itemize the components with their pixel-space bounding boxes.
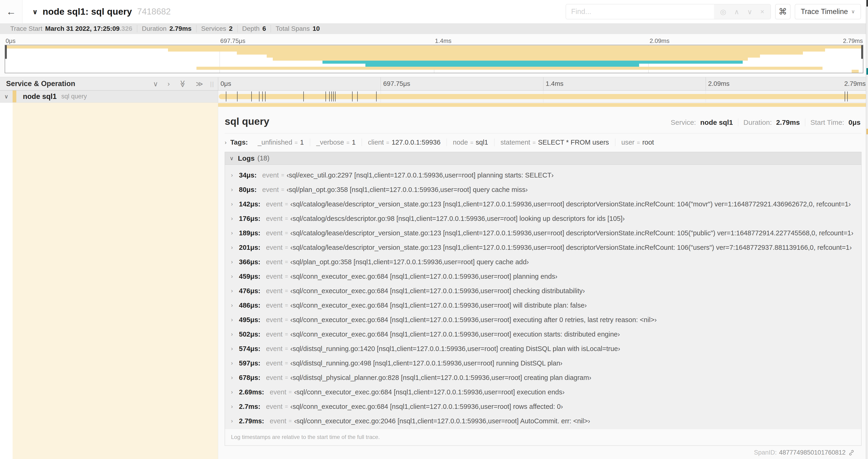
log-equals: = — [289, 418, 292, 424]
minimap-canvas[interactable] — [5, 45, 863, 73]
expand-one-icon[interactable]: › — [167, 80, 170, 88]
log-equals: = — [285, 216, 288, 222]
ruler-tick-label: 2.09ms — [708, 80, 730, 88]
meta-value: node sql1 — [700, 119, 733, 126]
expand-log-icon[interactable]: › — [231, 302, 237, 308]
stat-label: Total Spans — [276, 25, 310, 32]
span-duration-bar[interactable] — [219, 94, 867, 99]
expand-log-icon[interactable]: › — [231, 259, 237, 265]
log-field-value: ‹sql/conn_executor_exec.go:684 [nsql1,cl… — [290, 403, 563, 411]
log-marker-tick — [262, 91, 263, 101]
minimap-span-bar — [852, 70, 859, 73]
expand-log-icon[interactable]: › — [231, 403, 237, 410]
log-field-value: ‹sql/catalog/descs/descriptor.go:98 [nsq… — [290, 215, 625, 223]
log-entry-row[interactable]: › 366μs: event = ‹sql/plan_opt.go:358 [n… — [225, 255, 861, 269]
log-entry-row[interactable]: › 486μs: event = ‹sql/conn_executor_exec… — [225, 298, 861, 313]
logs-count: (18) — [257, 154, 270, 162]
stat-value: 10 — [312, 25, 320, 32]
minimap-left-drag-handle[interactable] — [5, 45, 7, 59]
tag-key: node — [453, 138, 468, 146]
log-entry-row[interactable]: › 34μs: event = ‹sql/exec_util.go:2297 [… — [225, 168, 861, 183]
collapse-all-icon[interactable]: ≫ — [179, 80, 187, 87]
expand-log-icon[interactable]: › — [231, 244, 237, 251]
log-timestamp: 2.69ms: — [239, 388, 264, 396]
collapse-one-icon[interactable]: ∨ — [153, 80, 158, 88]
collapse-children-icon[interactable]: ∨ — [0, 91, 12, 102]
log-field-name: event — [266, 258, 283, 266]
expand-log-icon[interactable]: › — [231, 360, 237, 366]
log-timestamp: 574μs: — [239, 345, 260, 353]
view-selector-button[interactable]: Trace Timeline ∨ — [795, 4, 861, 19]
log-entry-row[interactable]: › 142μs: event = ‹sql/catalog/lease/desc… — [225, 197, 861, 211]
log-entry-row[interactable]: › 2.79ms: event = ‹sql/conn_executor_exe… — [225, 414, 861, 428]
expand-log-icon[interactable]: › — [231, 317, 237, 323]
expand-all-icon[interactable]: ≫ — [196, 80, 203, 88]
log-entry-row[interactable]: › 502μs: event = ‹sql/conn_executor_exec… — [225, 327, 861, 341]
log-entry-row[interactable]: › 597μs: event = ‹sql/distsql_running.go… — [225, 356, 861, 370]
find-input[interactable] — [566, 4, 714, 19]
next-result-icon[interactable]: ∨ — [747, 8, 752, 16]
expand-tags-icon[interactable]: › — [225, 139, 226, 146]
tag-item: _verbose = 1 — [310, 138, 362, 146]
log-entry-row[interactable]: › 80μs: event = ‹sql/plan_opt.go:358 [ns… — [225, 183, 861, 197]
log-equals: = — [285, 317, 288, 323]
stat-label: Depth — [242, 25, 260, 32]
log-entry-row[interactable]: › 476μs: event = ‹sql/conn_executor_exec… — [225, 284, 861, 298]
expand-log-icon[interactable]: › — [231, 273, 237, 280]
expand-log-icon[interactable]: › — [231, 215, 237, 222]
expand-log-icon[interactable]: › — [231, 331, 237, 337]
tags-accordion-header[interactable]: › Tags: _unfinished = 1 _verbose — [225, 138, 862, 146]
log-entry-row[interactable]: › 678μs: event = ‹sql/distsql_physical_p… — [225, 370, 861, 385]
minimap-right-drag-handle[interactable] — [861, 45, 863, 59]
column-resizer[interactable]: || — [210, 80, 214, 88]
detail-divider — [225, 133, 862, 133]
log-equals: = — [285, 259, 288, 265]
log-marker-tick — [333, 91, 334, 101]
scroll-indicator-strip[interactable] — [866, 0, 868, 459]
tag-equals: = — [386, 140, 389, 146]
span-detail-row: sql query Service: node sql1 Duration: 2… — [0, 103, 868, 459]
expand-log-icon[interactable]: › — [231, 374, 237, 381]
trace-header[interactable]: ∨ node sql1: sql query 7418682 — [32, 6, 171, 17]
find-buttons: ◎ ∧ ∨ × — [714, 4, 771, 19]
log-entry-row[interactable]: › 201μs: event = ‹sql/catalog/lease/desc… — [225, 240, 861, 255]
expand-log-icon[interactable]: › — [231, 230, 237, 236]
match-locate-icon[interactable]: ◎ — [720, 8, 726, 16]
stat-value: 6 — [262, 25, 266, 32]
expand-log-icon[interactable]: › — [231, 186, 237, 193]
log-entry-row[interactable]: › 189μs: event = ‹sql/catalog/lease/desc… — [225, 226, 861, 240]
log-equals: = — [285, 403, 288, 410]
expand-log-icon[interactable]: › — [231, 201, 237, 207]
prev-result-icon[interactable]: ∧ — [734, 8, 739, 16]
keyboard-shortcuts-button[interactable]: ⌘ — [775, 4, 790, 19]
log-entry-row[interactable]: › 2.69ms: event = ‹sql/conn_executor_exe… — [225, 385, 861, 399]
log-entry-row[interactable]: › 459μs: event = ‹sql/conn_executor_exec… — [225, 269, 861, 284]
link-icon[interactable] — [848, 450, 855, 456]
log-timestamp: 476μs: — [239, 287, 260, 295]
log-entry-row[interactable]: › 2.7ms: event = ‹sql/conn_executor_exec… — [225, 399, 861, 414]
log-entry-row[interactable]: › 495μs: event = ‹sql/conn_executor_exec… — [225, 313, 861, 327]
expand-log-icon[interactable]: › — [231, 389, 237, 395]
collapse-trace-icon[interactable]: ∨ — [32, 8, 38, 16]
span-row-timeline[interactable] — [218, 91, 868, 102]
collapse-logs-icon[interactable]: ∨ — [229, 155, 234, 162]
expand-log-icon[interactable]: › — [231, 346, 237, 352]
meta-value: 0μs — [848, 119, 861, 126]
clear-find-icon[interactable]: × — [760, 8, 765, 15]
log-timestamp: 2.79ms: — [239, 417, 264, 425]
expand-log-icon[interactable]: › — [231, 418, 237, 424]
log-entry-row[interactable]: › 176μs: event = ‹sql/catalog/descs/desc… — [225, 211, 861, 226]
log-marker-tick — [352, 91, 352, 101]
stat-value-dim: .326 — [120, 25, 132, 32]
log-entry-row[interactable]: › 574μs: event = ‹sql/distsql_running.go… — [225, 341, 861, 356]
tag-item: node = sql1 — [446, 138, 494, 146]
logs-accordion-header[interactable]: ∨ Logs (18) — [225, 152, 861, 165]
span-row[interactable]: ∨ node sql1 sql query — [0, 91, 868, 103]
span-meta-item: Service: node sql1 — [665, 119, 738, 126]
span-row-name-column[interactable]: ∨ node sql1 sql query — [0, 91, 218, 102]
back-button[interactable]: ← — [0, 0, 22, 23]
expand-log-icon[interactable]: › — [231, 288, 237, 294]
minimap-span-bar — [237, 52, 803, 55]
minimap-span-bar — [322, 61, 743, 64]
expand-log-icon[interactable]: › — [231, 172, 237, 178]
